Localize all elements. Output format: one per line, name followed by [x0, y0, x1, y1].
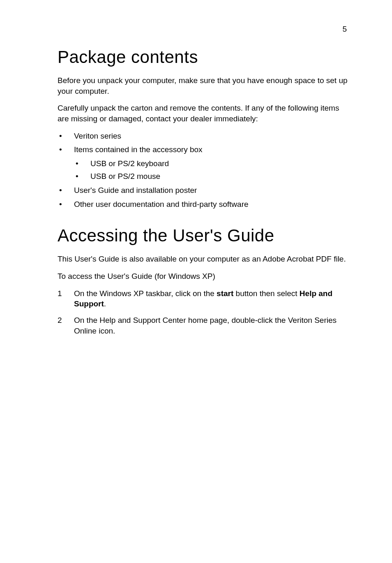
heading-package-contents: Package contents — [58, 47, 351, 67]
step-number: 2 — [58, 315, 62, 326]
list-item: USB or PS/2 mouse — [74, 171, 351, 182]
paragraph: To access the User's Guide (for Windows … — [58, 271, 351, 282]
page-number: 5 — [342, 25, 347, 34]
step-number: 1 — [58, 288, 62, 299]
list-item: Other user documentation and third-party… — [58, 199, 351, 210]
step-text-part: button then select — [233, 289, 300, 298]
bullet-list: Veriton series Items contained in the ac… — [58, 131, 351, 210]
bold-text: start — [217, 289, 233, 298]
list-item: USB or PS/2 keyboard — [74, 158, 351, 169]
numbered-list: 1 On the Windows XP taskbar, click on th… — [58, 288, 351, 336]
list-item: Veriton series — [58, 131, 351, 141]
list-item: 2 On the Help and Support Center home pa… — [58, 315, 351, 336]
paragraph: Before you unpack your computer, make su… — [58, 75, 351, 96]
list-item-text: Items contained in the accessory box — [74, 145, 203, 154]
step-text: On the Help and Support Center home page… — [74, 316, 337, 335]
nested-bullet-list: USB or PS/2 keyboard USB or PS/2 mouse — [74, 158, 351, 182]
step-text-part: On the Windows XP taskbar, click on the — [74, 289, 217, 298]
step-text-part: . — [104, 299, 106, 308]
page-content: Package contents Before you unpack your … — [58, 47, 351, 336]
paragraph: Carefully unpack the carton and remove t… — [58, 103, 351, 124]
paragraph: This User's Guide is also available on y… — [58, 254, 351, 264]
list-item: 1 On the Windows XP taskbar, click on th… — [58, 288, 351, 309]
heading-accessing-user-guide: Accessing the User's Guide — [58, 226, 351, 246]
list-item: Items contained in the accessory box USB… — [58, 144, 351, 182]
list-item: User's Guide and installation poster — [58, 185, 351, 196]
